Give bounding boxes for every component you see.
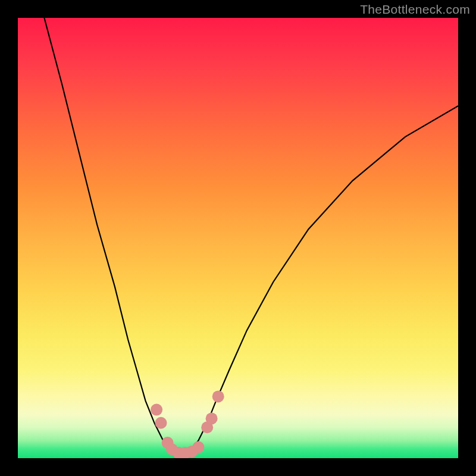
chart-frame: TheBottleneck.com xyxy=(0,0,476,476)
watermark-text: TheBottleneck.com xyxy=(360,2,470,17)
gradient-background xyxy=(18,18,458,458)
plot-area xyxy=(18,18,458,458)
